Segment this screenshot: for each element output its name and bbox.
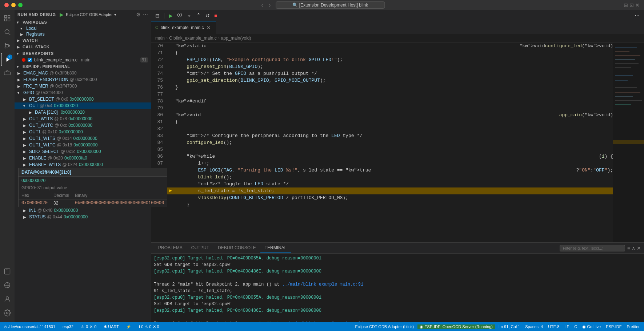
code-line[interactable]: 77 [151, 91, 613, 98]
code-line[interactable]: 86 "kw">while (1) { [151, 153, 613, 160]
peripheral-item[interactable]: ▶ SDIO_SELECT @ 0x1c 0x00000000 [15, 148, 151, 155]
traffic-lights[interactable] [4, 3, 23, 7]
disconnect-button[interactable]: ■ [213, 12, 219, 19]
section-peripheral-header[interactable]: ▾ ESP-IDF: PERIPHERAL [15, 63, 151, 70]
filter-close-icon[interactable]: ✕ [637, 245, 641, 251]
variables-registers-item[interactable]: ▶ Registers [15, 31, 151, 37]
tab-debug-console[interactable]: DEBUG CONSOLE [213, 244, 260, 253]
section-breakpoints-header[interactable]: ▾ BREAKPOINTS [15, 50, 151, 57]
breadcrumb-file[interactable]: C blink_example_main.c [169, 36, 217, 41]
peripheral-item[interactable]: ▶ FRC_TIMER @ 0x3ff47000 [15, 83, 151, 89]
code-line[interactable]: 78 "kw">#endif [151, 98, 613, 105]
minimize-btn[interactable] [11, 3, 16, 7]
activity-run-debug[interactable]: 1 [1, 53, 14, 66]
code-line[interactable]: 85 [151, 146, 613, 153]
peripheral-item[interactable]: ▾ OUT @ 0x4 0x00000020 [15, 102, 151, 109]
status-warnings[interactable]: ⚠ 0 ✕ 0 [79, 324, 98, 329]
code-line[interactable]: 71 { [151, 49, 613, 56]
filter-input[interactable] [560, 245, 625, 251]
peripheral-item[interactable]: ▶ FLASH_ENCRYPTION @ 0x3ff46000 [15, 76, 151, 83]
nav-forward-button[interactable]: › [267, 1, 273, 9]
peripheral-item[interactable]: ▶ IN1 @ 0x40 0x00000000 [15, 207, 151, 214]
editor-tab-active[interactable]: C blink_example_main.c ✕ [151, 21, 216, 34]
section-watch-header[interactable]: ▶ WATCH [15, 37, 151, 44]
peripheral-item[interactable]: ▶ OUT_W1TS @ 0x8 0x00000000 [15, 116, 151, 122]
code-line[interactable]: 93 } [151, 201, 613, 208]
code-line[interactable]: 90 "cmt">/* Toggle the LED state */ [151, 181, 613, 187]
breakpoint-item[interactable]: blink_example_main.c main 91 [15, 57, 151, 63]
breadcrumb-main[interactable]: main [155, 36, 165, 41]
code-line[interactable]: 81 { [151, 118, 613, 125]
status-gdb[interactable]: Eclipse CDT GDB Adapter (blink) [353, 324, 415, 329]
filter-list-icon[interactable]: ≡ [627, 245, 630, 251]
code-line[interactable]: 91 ▶ s_led_state = !s_led_state; [151, 187, 613, 194]
tab-output[interactable]: OUTPUT [187, 244, 213, 253]
status-golive[interactable]: ◉ Go Live [581, 324, 602, 329]
status-esp-idf-openocd[interactable]: ◉ ESP-IDF: OpenOCD Server (Running) [417, 324, 495, 329]
peripheral-item[interactable]: ▶ OUT1_W1TC @ 0x18 0x00000000 [15, 142, 151, 148]
peripheral-item[interactable]: ▶ OUT1_W1TS @ 0x14 0x00000000 [15, 135, 151, 142]
code-line[interactable]: 83 "cmt">/* Configure the peripheral acc… [151, 132, 613, 139]
step-into-button[interactable] [185, 12, 193, 19]
section-callstack-header[interactable]: ▶ CALL STACK [15, 44, 151, 50]
code-line[interactable]: 88 ESP_LOGI(TAG, "Turning the LED %s!", … [151, 167, 613, 174]
peripheral-item[interactable]: ▶ ENABLE @ 0x20 0x00000fa0 [15, 155, 151, 161]
code-line[interactable]: 79 [151, 105, 613, 112]
status-encoding[interactable]: UTF-8 [547, 324, 561, 329]
code-line[interactable]: 72 ESP_LOGI(TAG, "Example configured to … [151, 56, 613, 63]
peripheral-item[interactable]: ▶ DATA [31:0] 0x00000020 [15, 109, 151, 116]
nav-back-button[interactable]: ‹ [259, 1, 265, 9]
layout-toggle-button[interactable]: ⊟ [154, 12, 161, 19]
code-line[interactable]: 80 "kw">void app_main("kw">void) [151, 112, 613, 118]
variables-local-item[interactable]: ▾ Local [15, 25, 151, 31]
status-ln-col[interactable]: Ln 91, Col 1 [497, 324, 521, 329]
code-editor[interactable]: 70 "kw">static "kw">void configure_led("… [151, 43, 613, 242]
window-controls[interactable]: ⊟ ⊡ ✕ [624, 2, 640, 8]
activity-source-control[interactable] [1, 39, 14, 52]
close-btn[interactable] [4, 3, 9, 7]
activity-testing[interactable] [1, 265, 14, 278]
code-line[interactable]: 84 configure_led(); [151, 139, 613, 146]
breadcrumb-function[interactable]: app_main(void) [221, 36, 251, 41]
maximize-btn[interactable] [18, 3, 23, 7]
status-spaces[interactable]: Spaces: 4 [524, 324, 544, 329]
status-chip[interactable]: esp32 [61, 324, 75, 329]
section-variables-header[interactable]: ▾ VARIABLES [15, 19, 151, 25]
activity-search[interactable] [1, 25, 14, 39]
tab-problems[interactable]: PROBLEMS [154, 244, 187, 253]
peripheral-item[interactable]: ▶ OUT1 @ 0x10 0x00000000 [15, 129, 151, 135]
activity-account[interactable] [1, 292, 14, 306]
code-line[interactable]: 76 } [151, 84, 613, 91]
step-over-button[interactable] [176, 12, 184, 19]
activity-settings[interactable] [1, 306, 14, 319]
run-config-dropdown[interactable]: Eclipse CDT GDB Adapter ▾ [66, 12, 116, 17]
status-prettier[interactable]: Prettier [625, 324, 641, 329]
status-uart[interactable]: ✱ UART [102, 324, 120, 329]
code-line[interactable]: 70 "kw">static "kw">void configure_led("… [151, 43, 613, 49]
more-actions-button[interactable]: ⋯ [633, 12, 641, 19]
filter-up-icon[interactable]: ∧ [632, 245, 635, 251]
restart-button[interactable]: ↺ [204, 12, 211, 19]
status-counts[interactable]: ℹ 0 ⚠ 0 ✕ 0 [137, 324, 161, 329]
peripheral-item[interactable]: ▶ BT_SELECT @ 0x0 0x00000000 [15, 96, 151, 102]
activity-remote[interactable] [1, 279, 14, 292]
status-esp-idf[interactable]: ESP-IDF [604, 324, 623, 329]
code-line[interactable]: 73 gpio_reset_pin(BLINK_GPIO); [151, 63, 613, 70]
search-bar[interactable]: 🔍 [Extension Development Host] blink [276, 1, 385, 9]
activity-extensions[interactable] [1, 67, 14, 80]
tab-close-button[interactable]: ✕ [206, 25, 212, 31]
continue-button[interactable]: ▶ [167, 12, 174, 19]
code-line[interactable]: 92 vTaskDelay(CONFIG_BLINK_PERIOD / port… [151, 194, 613, 201]
code-line[interactable]: 74 "cmt">/* Set the GPIO as a push/pull … [151, 70, 613, 77]
code-line[interactable]: 89 blink_led(); [151, 174, 613, 181]
terminal-link[interactable]: ../main/blink_example_main.c:91 [282, 282, 363, 287]
code-line[interactable]: 82 [151, 125, 613, 132]
status-port[interactable]: ⎋ /dev/cu.usbserial-1141501 [3, 324, 57, 329]
code-line[interactable]: 87 i++; [151, 160, 613, 167]
peripheral-item[interactable]: ▾ GPIO @ 0x3ff44000 [15, 89, 151, 96]
tab-terminal[interactable]: TERMINAL [260, 244, 291, 253]
status-eol[interactable]: LF [563, 324, 571, 329]
breakpoint-checkbox[interactable] [28, 58, 32, 62]
ellipsis-icon[interactable]: ⋯ [143, 12, 148, 17]
status-language[interactable]: C [573, 324, 579, 329]
